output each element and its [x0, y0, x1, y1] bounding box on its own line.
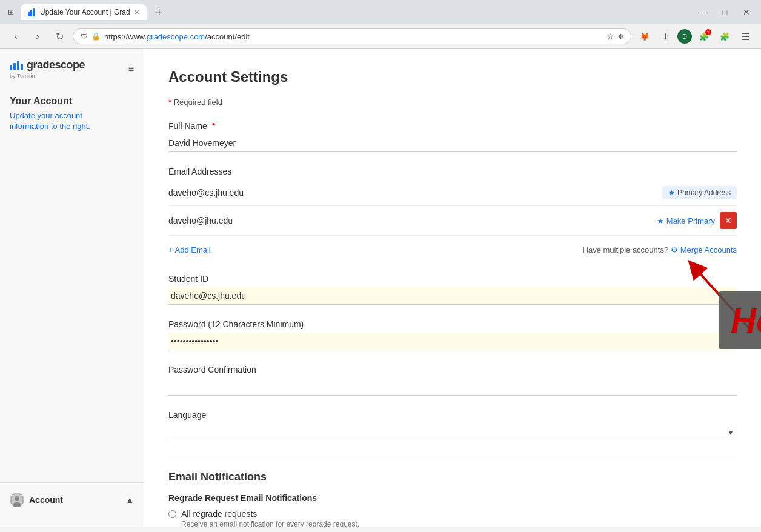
address-bar[interactable]: 🛡 🔒 https://www.gradescope.com/account/e…	[73, 28, 631, 44]
sidebar-update-link[interactable]: Update your accountinformation to the ri…	[10, 111, 90, 131]
regrade-option-1-text: All regrade requests	[181, 509, 359, 519]
required-star: *	[168, 98, 171, 107]
tab-close-btn[interactable]: ✕	[134, 8, 139, 16]
browser-chrome: ⊞ Update Your Account | Grad ✕ + — □ ✕ ‹…	[0, 0, 761, 49]
add-email-label: + Add Email	[168, 245, 211, 254]
logo-bar-1	[10, 65, 12, 70]
regrade-label: Regrade Request Email Notifications	[168, 493, 737, 503]
email-2-address: daveho@jhu.edu	[168, 216, 657, 225]
sidebar-footer: Account ▲	[0, 482, 144, 517]
password-confirm-label: Password Confirmation	[168, 365, 737, 374]
back-btn[interactable]: ‹	[7, 28, 24, 45]
primary-badge-text: Primary Address	[677, 188, 731, 197]
make-primary-btn[interactable]: ★ Make Primary	[657, 216, 715, 225]
required-note-text: Required field	[174, 98, 222, 107]
new-tab-button[interactable]: +	[151, 5, 168, 20]
sidebar-your-account-desc: Update your accountinformation to the ri…	[10, 110, 134, 132]
sidebar-header: gradescope by Turnitin ≡	[0, 59, 144, 88]
language-select-wrap: English Spanish French ▼	[168, 424, 737, 441]
logo-bars	[10, 61, 23, 70]
password-confirm-input[interactable]	[168, 378, 737, 396]
extensions-btn[interactable]: 🧩7	[696, 28, 713, 45]
email-1-address: daveho@cs.jhu.edu	[168, 188, 662, 198]
menu-btn[interactable]: ☰	[737, 28, 754, 45]
primary-badge: ★ Primary Address	[662, 186, 737, 199]
language-label: Language	[168, 410, 737, 420]
remove-email-btn[interactable]: ✕	[720, 212, 737, 229]
forward-btn[interactable]: ›	[29, 28, 46, 45]
make-primary-star-icon: ★	[657, 216, 664, 225]
regrade-option-1-desc: Receive an email notification for every …	[181, 520, 359, 527]
student-id-label: Student ID	[168, 274, 737, 284]
browser-nav-bar: ‹ › ↻ 🛡 🔒 https://www.gradescope.com/acc…	[0, 24, 761, 48]
svg-point-4	[15, 496, 19, 501]
refresh-btn[interactable]: ↻	[51, 28, 68, 45]
account-chevron-btn[interactable]: ▲	[125, 495, 134, 505]
lock-icon: 🔒	[91, 32, 101, 41]
primary-star-icon: ★	[668, 188, 675, 197]
email-notifications-title: Email Notifications	[168, 456, 737, 484]
email-addresses-section: Email Addresses daveho@cs.jhu.edu ★ Prim…	[168, 167, 737, 259]
regrade-option-1-label: All regrade requests Receive an email no…	[181, 509, 359, 527]
download-btn[interactable]: ⬇	[657, 28, 674, 45]
svg-rect-0	[28, 12, 30, 16]
full-name-input[interactable]	[168, 135, 737, 152]
tab-title: Update Your Account | Grad	[40, 8, 130, 16]
maximize-btn[interactable]: □	[716, 4, 733, 21]
logo-text: gradescope	[27, 59, 85, 71]
make-primary-label: Make Primary	[666, 216, 715, 225]
bookmark-icon[interactable]: ☆	[606, 32, 614, 41]
full-name-section: Full Name *	[168, 121, 737, 152]
extensions-list-btn[interactable]: 🧩	[716, 28, 733, 45]
svg-rect-1	[30, 10, 32, 16]
browser-tab-grid-btn[interactable]: ⊞	[6, 7, 16, 17]
minimize-btn[interactable]: —	[694, 4, 711, 21]
browser-tab[interactable]: Update Your Account | Grad ✕	[21, 4, 147, 20]
email-actions-row: + Add Email Have multiple accounts? ⚙ Me…	[168, 241, 737, 259]
password-label: Password (12 Characters Minimum)	[168, 319, 737, 329]
sidebar-account-item[interactable]: Account	[10, 493, 63, 507]
browser-titlebar: ⊞ Update Your Account | Grad ✕ + — □ ✕	[0, 0, 761, 24]
password-section: Password (12 Characters Minimum)	[168, 319, 737, 350]
svg-rect-2	[33, 8, 35, 16]
email-addresses-label: Email Addresses	[168, 167, 737, 176]
add-email-btn[interactable]: + Add Email	[168, 241, 211, 259]
sidebar-your-account-title: Your Account	[10, 96, 134, 107]
cursor-icon: ✥	[618, 33, 623, 41]
logo-by-turnitin: by Turnitin	[10, 73, 85, 79]
tab-favicon	[28, 8, 36, 16]
merge-accounts-link[interactable]: ⚙ Merge Accounts	[671, 245, 737, 254]
logo-image: gradescope	[10, 59, 85, 71]
full-name-label: Full Name *	[168, 121, 737, 131]
merge-accounts-text: Have multiple accounts? ⚙ Merge Accounts	[583, 245, 737, 254]
merge-accounts-label: Merge Accounts	[680, 245, 737, 254]
firefox-account-btn[interactable]: 🦊	[636, 28, 653, 45]
profile-btn[interactable]: D	[677, 29, 692, 44]
security-icon: 🛡	[81, 32, 88, 41]
main-content: Account Settings * Required field Full N…	[144, 49, 761, 527]
sidebar: gradescope by Turnitin ≡ Your Account Up…	[0, 49, 144, 527]
full-name-required: *	[212, 121, 215, 131]
logo-bar-3	[17, 61, 19, 70]
language-select[interactable]: English Spanish French	[168, 424, 737, 441]
regrade-option-1: All regrade requests Receive an email no…	[168, 509, 737, 527]
account-label: Account	[29, 495, 63, 505]
logo-bar-4	[21, 64, 23, 70]
email-row-1: daveho@cs.jhu.edu ★ Primary Address	[168, 180, 737, 206]
password-confirm-section: Password Confirmation	[168, 365, 737, 396]
required-note: * Required field	[168, 98, 737, 107]
avatar	[10, 493, 24, 507]
page-title: Account Settings	[168, 68, 737, 85]
close-btn[interactable]: ✕	[738, 4, 755, 21]
language-section: Language English Spanish French ▼	[168, 410, 737, 441]
student-id-section: Student ID	[168, 274, 737, 305]
student-id-input[interactable]	[168, 287, 737, 305]
password-input[interactable]	[168, 333, 737, 350]
sidebar-toggle-btn[interactable]: ≡	[128, 64, 134, 75]
sidebar-logo: gradescope by Turnitin	[10, 59, 85, 79]
email-row-2: daveho@jhu.edu ★ Make Primary ✕	[168, 206, 737, 236]
page-layout: gradescope by Turnitin ≡ Your Account Up…	[0, 49, 761, 527]
email-notifications-section: Email Notifications Regrade Request Emai…	[168, 456, 737, 527]
regrade-radio-1[interactable]	[168, 510, 176, 518]
nav-actions: 🦊 ⬇ D 🧩7 🧩 ☰	[636, 28, 754, 45]
